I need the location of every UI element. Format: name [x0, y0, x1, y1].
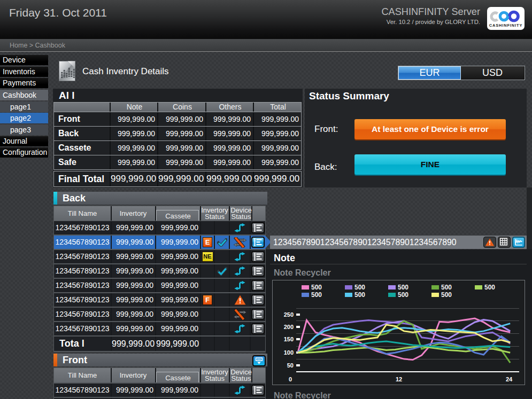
svg-text:CASHINFINITY: CASHINFINITY [489, 23, 523, 28]
